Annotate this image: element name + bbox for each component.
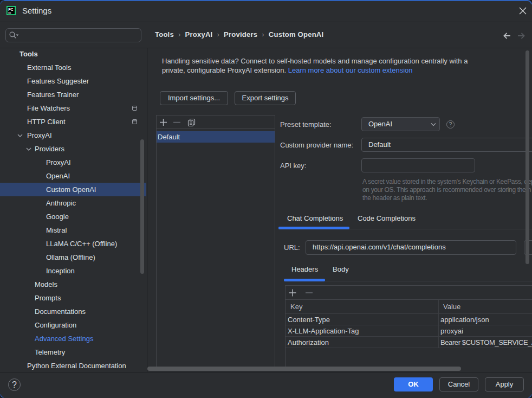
svg-text:PC: PC [8,8,13,11]
